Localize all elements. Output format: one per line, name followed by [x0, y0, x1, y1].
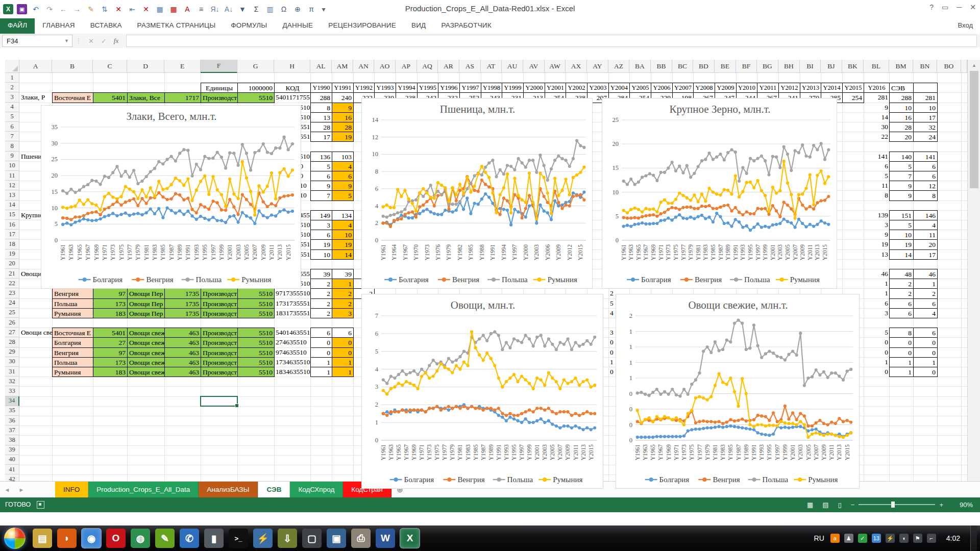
insert-cells-icon[interactable]: ⇤: [127, 4, 137, 14]
cell-BL27[interactable]: 5: [864, 328, 890, 338]
cell-BM21[interactable]: 48: [889, 269, 914, 279]
cell-AM9[interactable]: 103: [332, 152, 354, 162]
cell-BM10[interactable]: 5: [889, 161, 914, 171]
cell-AL27[interactable]: 6: [310, 328, 332, 338]
column-header-AP[interactable]: AP: [396, 60, 417, 73]
cell-BM5[interactable]: 16: [889, 112, 914, 122]
cell-AM5[interactable]: 16: [332, 112, 354, 122]
cell-BN10[interactable]: 6: [913, 161, 938, 171]
language-indicator[interactable]: RU: [814, 534, 824, 542]
column-header-AS[interactable]: AS: [459, 60, 481, 73]
monitor-icon[interactable]: ▢: [302, 529, 322, 548]
zoom-in-icon[interactable]: +: [939, 501, 943, 509]
ribbon-tab-разметка страницы[interactable]: РАЗМЕТКА СТРАНИЦЫ: [130, 18, 224, 34]
save-icon[interactable]: ▣: [17, 4, 27, 14]
row-header-19[interactable]: 19: [5, 249, 19, 259]
cell-BM2[interactable]: СЭВ: [889, 83, 914, 93]
name-box-dropdown-icon[interactable]: ▼: [64, 38, 72, 43]
cell-D30[interactable]: Овощи свеж: [127, 357, 165, 367]
cell-H27[interactable]: 54014635510: [274, 328, 311, 338]
cell-AM2[interactable]: Y1991: [332, 83, 354, 93]
ribbon-tab-вставка[interactable]: ВСТАВКА: [83, 18, 130, 34]
column-header-E[interactable]: E: [164, 60, 201, 73]
cell-C24[interactable]: 173: [93, 298, 128, 309]
ribbon-options-icon[interactable]: ▭: [942, 3, 948, 11]
cell-AL25[interactable]: 2: [310, 308, 332, 318]
cell-BL16[interactable]: 3: [864, 220, 890, 230]
cell-AM21[interactable]: 39: [332, 269, 354, 279]
chart-3[interactable]: Крупное Зерно, млн.т.0510152025Y1961Y196…: [602, 98, 837, 289]
row-header-5[interactable]: 5: [5, 112, 19, 122]
column-header-AV[interactable]: AV: [523, 60, 545, 73]
cell-AP2[interactable]: Y1994: [396, 83, 418, 93]
cell-BM30[interactable]: 1: [889, 357, 914, 367]
cell-D3[interactable]: Злаки, Все: [127, 92, 165, 103]
volume-icon[interactable]: ◖: [899, 534, 909, 543]
cell-AS2[interactable]: Y1997: [459, 83, 481, 93]
cell-BL30[interactable]: 1: [864, 357, 890, 367]
row-header-9[interactable]: 9: [5, 152, 19, 161]
cell-B23[interactable]: Венгрия: [52, 288, 93, 298]
cell-A3[interactable]: Злаки, Р: [19, 92, 53, 103]
column-header-AR[interactable]: AR: [438, 60, 459, 73]
cell-AM22[interactable]: 1: [332, 279, 354, 289]
cell-AM7[interactable]: 19: [332, 132, 354, 142]
network-icon[interactable]: ⌐: [927, 534, 936, 543]
cell-BM13[interactable]: 9: [889, 190, 914, 201]
cell-AM16[interactable]: 4: [332, 220, 354, 230]
row-header-10[interactable]: 10: [5, 161, 19, 171]
cell-F27[interactable]: Производст: [201, 328, 238, 338]
row-header-16[interactable]: 16: [5, 220, 19, 230]
cell-AL12[interactable]: 9: [310, 181, 332, 191]
cell-BL22[interactable]: 1: [864, 279, 890, 289]
cell-E29[interactable]: 463: [164, 347, 201, 358]
cell-AL16[interactable]: 3: [310, 220, 332, 230]
cell-BF2[interactable]: Y2010: [736, 83, 757, 93]
cell-BG2[interactable]: Y2011: [757, 83, 779, 93]
cell-AM24[interactable]: 2: [332, 298, 354, 309]
cell-AL29[interactable]: 0: [310, 347, 332, 358]
row-header-4[interactable]: 4: [5, 103, 19, 112]
cell-BN30[interactable]: 1: [913, 357, 938, 367]
qat-more-icon[interactable]: ▾: [320, 4, 327, 14]
column-header-AZ[interactable]: AZ: [608, 60, 629, 73]
cell-BN7[interactable]: 24: [913, 132, 938, 142]
cell-C31[interactable]: 183: [93, 367, 128, 377]
column-header-BA[interactable]: BA: [629, 60, 651, 73]
normal-view-icon[interactable]: ▦: [807, 501, 813, 509]
cell-BL12[interactable]: 11: [864, 181, 890, 191]
sort-az-icon[interactable]: Я↓: [210, 4, 220, 14]
vertical-scrollbar[interactable]: ▲▼: [967, 60, 980, 494]
cell-AL24[interactable]: 2: [310, 298, 332, 309]
row-header-34[interactable]: 34: [5, 396, 19, 406]
cell-B28[interactable]: Болгария: [52, 337, 93, 347]
cell-G2[interactable]: 1000000: [237, 83, 275, 93]
cell-A27[interactable]: Овощи све: [19, 328, 53, 338]
column-header-AL[interactable]: AL: [310, 60, 332, 73]
column-header-BD[interactable]: BD: [693, 60, 715, 73]
insert-table-icon[interactable]: ▦: [155, 4, 165, 14]
column-header-BJ[interactable]: BJ: [821, 60, 842, 73]
cell-BA2[interactable]: Y2005: [629, 83, 651, 93]
cell-BM6[interactable]: 28: [889, 122, 914, 132]
cell-BN3[interactable]: 281: [913, 92, 938, 103]
row-header-20[interactable]: 20: [5, 259, 19, 269]
cell-BC2[interactable]: Y2007: [672, 83, 694, 93]
row-header-8[interactable]: 8: [5, 141, 19, 151]
row-header-33[interactable]: 33: [5, 386, 19, 396]
cell-AL19[interactable]: 10: [310, 249, 332, 260]
row-header-24[interactable]: 24: [5, 298, 19, 308]
insert-cut-cells-icon[interactable]: ⇅: [100, 4, 110, 14]
redo-icon[interactable]: ↷: [44, 4, 55, 14]
cell-D27[interactable]: Овощи свеж: [127, 328, 165, 338]
cell-H31[interactable]: 1834635510: [274, 367, 311, 377]
cell-H29[interactable]: 974635510: [274, 347, 311, 358]
cell-C27[interactable]: 5401: [93, 328, 128, 338]
cell-F25[interactable]: Производст: [201, 308, 238, 318]
cell-AZ2[interactable]: Y2004: [608, 83, 630, 93]
cell-AL3[interactable]: 288: [310, 92, 332, 103]
column-header-AO[interactable]: AO: [374, 60, 396, 73]
cell-F30[interactable]: Производст: [201, 357, 238, 367]
cell-AM25[interactable]: 3: [332, 308, 354, 318]
cell-AL11[interactable]: 6: [310, 171, 332, 181]
